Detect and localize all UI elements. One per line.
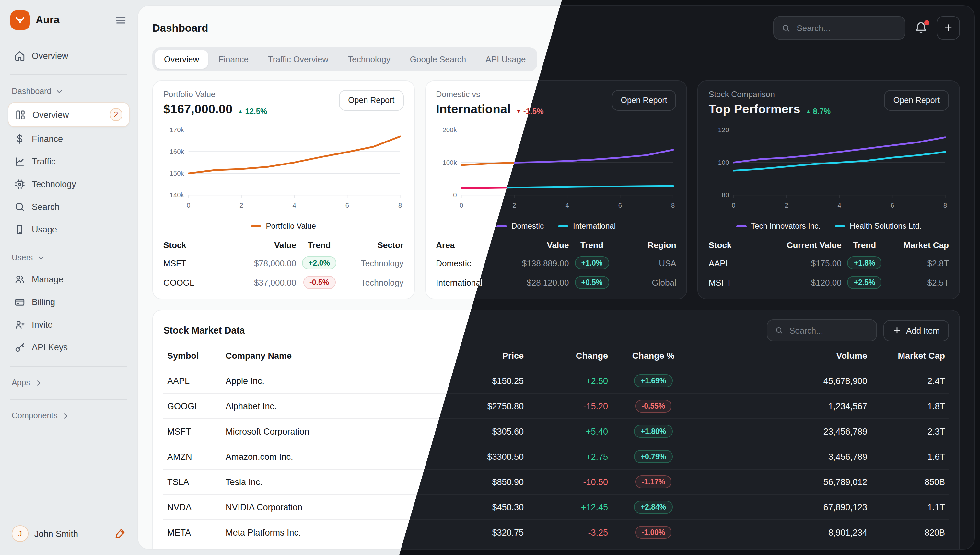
cell: $175.00 — [765, 258, 842, 268]
user-plus-icon — [14, 319, 25, 330]
legend-swatch — [558, 225, 568, 227]
aura-logo-icon — [10, 10, 30, 30]
notifications-bell-icon[interactable] — [914, 21, 927, 34]
svg-text:8: 8 — [398, 202, 402, 209]
column-header: Region — [615, 240, 676, 250]
cell: -0.5% — [296, 276, 342, 289]
svg-text:200k: 200k — [443, 126, 457, 133]
cell: Technology — [342, 258, 404, 268]
theme-brush-icon[interactable] — [114, 528, 126, 539]
sidebar-item-traffic[interactable]: Traffic — [8, 151, 130, 172]
table-row[interactable]: MSFT$120.00+2.5%$2.5T — [709, 273, 949, 292]
market-search-input[interactable] — [788, 325, 869, 336]
table-row[interactable]: AAPL$175.00+1.8%$2.8T — [709, 253, 949, 273]
sidebar-item-invite[interactable]: Invite — [8, 314, 130, 335]
group-label-dashboard[interactable]: Dashboard — [8, 83, 130, 100]
sidebar-item-manage[interactable]: Manage — [8, 269, 130, 290]
cell: 56,789,012 — [699, 477, 867, 487]
cell: Amazon.com Inc. — [225, 452, 446, 462]
column-header: Market Cap — [888, 240, 949, 250]
cell: GOOGL — [163, 278, 219, 287]
svg-text:100k: 100k — [443, 159, 457, 166]
market-search[interactable] — [767, 319, 877, 341]
sidebar-item-overview-top[interactable]: Overview — [8, 45, 130, 67]
add-new-button[interactable] — [937, 16, 960, 40]
column-header: Symbol — [167, 351, 225, 361]
trend-pill: +1.8% — [848, 257, 882, 269]
card-stock-comparison: Stock Comparison Top Performers ▲8.7% Op… — [698, 80, 960, 299]
cell: 23,456,789 — [699, 427, 867, 436]
card-title: International — [436, 102, 511, 117]
cell: $2.5T — [888, 278, 949, 287]
chevron-right-icon — [61, 412, 70, 420]
legend-item: Tech Innovators Inc. — [736, 221, 821, 231]
cell: 1,234,567 — [699, 401, 867, 411]
cell: Domestic — [436, 258, 492, 268]
global-search[interactable] — [773, 16, 906, 40]
open-report-button[interactable]: Open Report — [884, 90, 949, 111]
cell: $120.00 — [765, 278, 842, 287]
cell: GOOGL — [167, 401, 225, 411]
column-header: Company Name — [225, 351, 446, 361]
column-header: Value — [492, 240, 569, 250]
tab-finance[interactable]: Finance — [209, 50, 257, 69]
cell: +1.0% — [569, 257, 615, 269]
hamburger-menu-icon[interactable] — [115, 14, 127, 26]
sidebar-link-apps[interactable]: Apps — [8, 374, 130, 391]
cell: $305.60 — [446, 427, 524, 436]
table-row[interactable]: MSFT$78,000.00+2.0%Technology — [163, 253, 404, 273]
svg-text:0: 0 — [459, 202, 463, 209]
cell: Microsoft Corporation — [225, 427, 446, 436]
card-table: StockValueTrendSectorMSFT$78,000.00+2.0%… — [163, 237, 404, 292]
tab-google-search[interactable]: Google Search — [401, 50, 475, 69]
column-header: Value — [219, 240, 296, 250]
open-report-button[interactable]: Open Report — [339, 90, 404, 111]
sidebar-item-label: Search — [32, 202, 60, 212]
overview-badge: 2 — [109, 108, 122, 121]
tab-api-usage[interactable]: API Usage — [476, 50, 535, 69]
add-item-button[interactable]: Add Item — [883, 319, 949, 341]
table-row[interactable]: GOOGL$37,000.00-0.5%Technology — [163, 273, 404, 292]
divider — [10, 366, 127, 367]
svg-text:100: 100 — [718, 159, 729, 166]
sidebar-item-billing[interactable]: Billing — [8, 292, 130, 313]
sidebar-item-overview[interactable]: Overview 2 — [8, 102, 130, 127]
svg-text:6: 6 — [346, 202, 349, 209]
cell: Alphabet Inc. — [225, 401, 446, 411]
sidebar: Aura Overview Dashboard — [0, 0, 137, 555]
column-header: Change % — [608, 351, 699, 361]
cell: 2.3T — [867, 427, 945, 436]
search-input[interactable] — [795, 22, 897, 33]
sidebar-item-api-keys[interactable]: API Keys — [8, 337, 130, 358]
cell: +2.5% — [842, 276, 888, 289]
users-nav: Manage Billing Invite API Keys — [8, 269, 130, 358]
cell: -10.50 — [524, 477, 608, 487]
card-subtitle: Stock Comparison — [709, 90, 831, 99]
cell: TSLA — [167, 477, 225, 487]
user-footer[interactable]: J John Smith — [8, 521, 130, 546]
sidebar-item-finance[interactable]: Finance — [8, 128, 130, 149]
sidebar-item-label: Traffic — [32, 157, 56, 167]
svg-text:2: 2 — [785, 202, 789, 209]
cell: $37,000.00 — [219, 278, 296, 287]
cell: 1.6T — [867, 452, 945, 462]
chart-legend: Portfolio Value — [163, 221, 404, 231]
legend-swatch — [251, 225, 262, 227]
trend-pill: +0.5% — [574, 276, 609, 289]
divider — [10, 74, 127, 75]
sidebar-item-technology[interactable]: Technology — [8, 173, 130, 195]
search-icon — [14, 201, 25, 212]
search-icon — [775, 326, 783, 335]
stage: Aura Overview Dashboard — [0, 0, 980, 555]
sidebar-item-search[interactable]: Search — [8, 196, 130, 218]
group-label-users[interactable]: Users — [8, 249, 130, 266]
tab-technology[interactable]: Technology — [339, 50, 399, 69]
header-actions — [773, 16, 960, 40]
column-header: Stock — [163, 240, 219, 250]
sidebar-item-usage[interactable]: Usage — [8, 219, 130, 240]
tab-overview[interactable]: Overview — [155, 50, 208, 69]
tab-traffic-overview[interactable]: Traffic Overview — [259, 50, 337, 69]
open-report-button[interactable]: Open Report — [612, 90, 676, 111]
dashboard-layout-icon — [15, 109, 26, 120]
sidebar-link-components[interactable]: Components — [8, 407, 130, 424]
